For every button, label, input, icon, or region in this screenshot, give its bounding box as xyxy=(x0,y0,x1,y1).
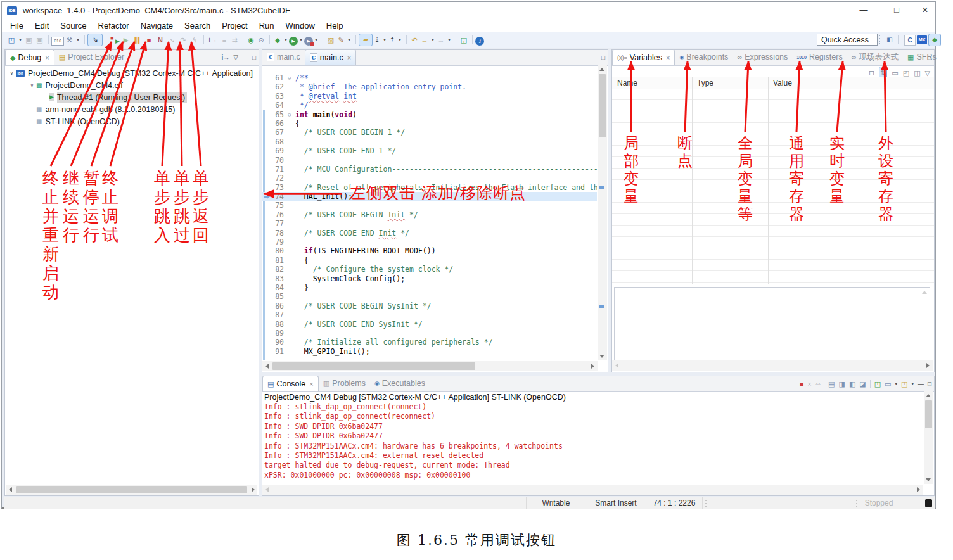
console-vscrollbar[interactable] xyxy=(924,391,933,484)
code-line[interactable]: 88 /* USER CODE END SysInit */ xyxy=(262,320,597,329)
view-menu-icon[interactable]: ▽ xyxy=(233,52,238,63)
code-line[interactable]: 85 xyxy=(262,292,597,301)
instruction-stepping-icon[interactable]: i→ xyxy=(207,34,219,46)
history-icon[interactable]: ⊙ xyxy=(256,34,266,46)
code-line[interactable]: 80 if(IS_ENGINEERING_BOOT_MODE()) xyxy=(262,246,597,255)
build-icon[interactable]: ⚒ xyxy=(64,34,75,46)
dropdown-icon[interactable]: ▾ xyxy=(430,34,436,46)
show-console-icon[interactable]: ≡ xyxy=(219,34,229,46)
heap-status-icon[interactable] xyxy=(925,499,932,507)
terminate-icon[interactable]: ■ xyxy=(800,378,804,390)
maximize-icon[interactable]: □ xyxy=(886,2,907,18)
menu-item[interactable]: Refactor xyxy=(93,19,135,32)
editor-tab[interactable]: c main.c × xyxy=(305,49,356,65)
display-console-icon[interactable]: ▭ xyxy=(885,378,891,390)
view-tab[interactable]: ∞ 现场表达式 xyxy=(847,49,903,65)
terminate-icon[interactable]: ■ xyxy=(143,34,155,46)
view-tab[interactable]: ▥ Problems xyxy=(319,376,370,391)
chevron-down-icon[interactable]: ∨ xyxy=(8,70,16,76)
cpp-perspective-icon[interactable]: C xyxy=(904,35,916,46)
view-tab[interactable]: ◆ Debug × xyxy=(5,49,54,65)
view-tab[interactable]: ◉ Executables xyxy=(370,376,430,391)
close-icon[interactable]: × xyxy=(45,54,49,61)
code-line[interactable]: 67 /* USER CODE BEGIN 1 */ xyxy=(262,128,597,137)
code-line[interactable]: 61⊖/** xyxy=(262,73,597,82)
code-line[interactable]: 69 /* USER CODE END 1 */ xyxy=(262,146,597,155)
menu-item[interactable]: File xyxy=(4,19,29,32)
view-tab[interactable]: (x)= Variables × xyxy=(612,49,675,65)
debug-tree-item[interactable]: ▶ Thread #1 (Running : User Request) xyxy=(5,91,192,103)
close-icon[interactable]: × xyxy=(309,380,313,388)
menu-item[interactable]: Source xyxy=(54,19,92,32)
variables-table[interactable] xyxy=(612,89,934,284)
maximize-icon[interactable]: □ xyxy=(928,52,931,63)
remove-all-launches-icon[interactable]: ×× xyxy=(815,378,820,390)
view-tab[interactable]: ◉ Breakpoints xyxy=(675,49,732,65)
code-line[interactable]: 78 /* USER CODE END Init */ xyxy=(262,229,597,238)
code-line[interactable]: 73 /* Reset of all peripherals, Initiali… xyxy=(262,183,597,192)
menu-item[interactable]: Window xyxy=(280,19,321,32)
resume-icon[interactable]: ▶ xyxy=(120,34,132,46)
word-wrap-icon[interactable]: ◧ xyxy=(849,378,855,390)
code-line[interactable]: 91 MX_GPIO_Init(); xyxy=(262,347,597,356)
menu-item[interactable]: Help xyxy=(321,19,349,32)
dropdown-icon[interactable]: ▾ xyxy=(17,34,23,46)
close-icon[interactable]: × xyxy=(666,54,670,61)
code-line[interactable]: 83 SystemClock_Config(); xyxy=(262,274,597,283)
code-line[interactable]: 87 xyxy=(262,310,597,319)
code-line[interactable]: 86 /* USER CODE BEGIN SysInit */ xyxy=(262,302,597,310)
debug-tree-item[interactable]: ∨ IDE ProjectDemo_CM4 Debug [STM32 Corte… xyxy=(5,67,260,79)
maximize-icon[interactable]: □ xyxy=(601,52,605,63)
code-line[interactable]: 74 HAL_Init(); xyxy=(262,192,597,201)
code-line[interactable]: 62 * @brief The application entry point. xyxy=(262,82,597,91)
code-line[interactable]: 71 /* MCU Configuration-----------------… xyxy=(262,165,597,174)
column-divider[interactable] xyxy=(692,77,693,284)
separator[interactable] xyxy=(452,34,459,46)
code-line[interactable]: 70 xyxy=(262,156,597,165)
dropdown-icon[interactable]: ▾ xyxy=(346,34,352,46)
separator[interactable] xyxy=(266,34,272,46)
code-line[interactable]: 79 xyxy=(262,238,597,246)
code-line[interactable]: 90 /* Initialize all configured peripher… xyxy=(262,338,597,347)
last-edit-icon[interactable]: ↶ xyxy=(409,34,419,46)
menu-item[interactable]: Run xyxy=(253,19,280,32)
minimize-icon[interactable]: — xyxy=(918,52,924,63)
debug-icon[interactable]: ◆ xyxy=(272,34,283,46)
menu-item[interactable]: Search xyxy=(179,19,216,32)
column-header[interactable]: Value xyxy=(768,77,900,89)
view-tab[interactable]: ▤ Console × xyxy=(262,376,319,391)
code-line[interactable]: 65⊖int main(void) xyxy=(262,110,597,119)
close-icon[interactable]: × xyxy=(347,54,351,61)
next-annotation-icon[interactable]: ⇣ xyxy=(373,34,381,46)
code-line[interactable]: 68 xyxy=(262,137,597,146)
separator[interactable] xyxy=(870,380,871,388)
separator[interactable] xyxy=(45,34,51,46)
code-line[interactable]: 84 } xyxy=(262,283,597,292)
dropdown-icon[interactable]: ▾ xyxy=(397,34,403,46)
console-output[interactable]: Info : stlink_dap_op_connect(connect)Inf… xyxy=(264,402,923,480)
dropdown-icon[interactable]: ▾ xyxy=(298,34,304,46)
minimize-icon[interactable]: — xyxy=(853,2,874,18)
dropdown-icon[interactable]: ▾ xyxy=(895,378,898,390)
open-perspective-icon[interactable]: ◧ xyxy=(884,34,895,46)
pin-editor-icon[interactable]: ◱ xyxy=(459,34,469,46)
open-console-icon[interactable]: ◰ xyxy=(901,378,907,390)
editor-hscrollbar[interactable] xyxy=(262,361,598,371)
code-line[interactable]: 64 */ xyxy=(262,101,597,110)
column-divider[interactable] xyxy=(768,77,769,284)
maximize-icon[interactable]: □ xyxy=(928,378,931,390)
separator[interactable] xyxy=(103,34,109,46)
variable-detail-pane[interactable] xyxy=(614,287,930,360)
step-return-icon[interactable]: ↰ xyxy=(189,34,200,46)
save-icon[interactable]: ▣ xyxy=(23,34,34,46)
pin-console-icon[interactable]: ◳ xyxy=(874,378,881,390)
code-editor[interactable]: 61⊖/**62 * @brief The application entry … xyxy=(262,65,597,360)
skip-breakpoints-icon[interactable]: ⇘ xyxy=(87,34,103,46)
scroll-lock-icon[interactable]: ◨ xyxy=(838,378,845,390)
dropdown-icon[interactable]: ▾ xyxy=(446,34,452,46)
debug-tree-item[interactable]: ▦ arm-none-eabi-gdb (8.1.0.20180315) xyxy=(5,103,182,115)
code-line[interactable]: 63 * @retval int xyxy=(262,92,597,101)
save-all-icon[interactable]: ▣ xyxy=(34,34,45,46)
back-icon[interactable]: ← xyxy=(419,34,430,46)
profile-icon[interactable]: ▶ xyxy=(304,37,313,46)
